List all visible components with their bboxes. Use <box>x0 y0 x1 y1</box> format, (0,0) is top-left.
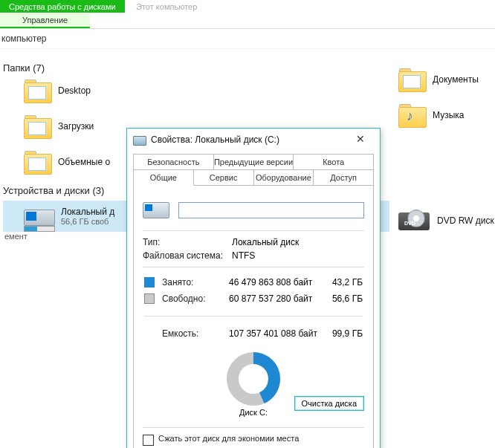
ribbon-side-label: Этот компьютер <box>127 0 206 13</box>
free-label: Свободно: <box>162 291 227 306</box>
tab-previous-versions[interactable]: Предыдущие версии <box>214 154 294 170</box>
ribbon-sub-tab[interactable]: Управление <box>0 13 90 28</box>
folder-icon <box>24 115 51 137</box>
folder-icon <box>398 68 425 91</box>
folder-label: Desktop <box>58 85 91 96</box>
dialog-title: Свойства: Локальный диск (C:) <box>151 134 279 145</box>
breadcrumb[interactable]: компьютер <box>0 29 495 49</box>
used-label: Занято: <box>162 275 227 290</box>
dialog-titlebar[interactable]: Свойства: Локальный диск (C:) ✕ <box>127 129 380 151</box>
drive-label: Локальный д <box>61 207 114 217</box>
capacity-label: Емкость: <box>162 326 227 341</box>
checkbox-unchecked-icon[interactable] <box>143 435 154 446</box>
fs-label: Файловая система: <box>143 250 232 261</box>
properties-dialog: Свойства: Локальный диск (C:) ✕ Безопасн… <box>126 128 381 448</box>
tab-sharing[interactable]: Доступ <box>314 169 374 186</box>
status-bar: емент <box>0 229 32 244</box>
tab-general[interactable]: Общие <box>133 169 194 186</box>
music-folder-icon <box>398 104 425 126</box>
folder-label: Документы <box>433 74 479 85</box>
capacity-gb: 99,9 ГБ <box>332 326 363 341</box>
hdd-icon <box>24 205 54 227</box>
drive-item-dvd[interactable]: DVD DVD RW диск <box>398 208 494 233</box>
ribbon-context-tab[interactable]: Средства работы с дисками <box>0 0 125 13</box>
type-label: Тип: <box>143 237 232 247</box>
fs-value: NTFS <box>232 250 255 261</box>
folder-label: Музыка <box>433 110 464 120</box>
folder-label: Объемные о <box>58 157 110 167</box>
folder-icon <box>24 79 51 102</box>
disk-cleanup-button[interactable]: Очистка диска <box>294 396 364 411</box>
folder-icon <box>24 151 51 173</box>
folder-item-desktop[interactable]: Desktop <box>24 78 389 103</box>
hdd-icon <box>143 198 168 218</box>
hdd-icon <box>133 134 145 146</box>
folder-item-music[interactable]: Музыка <box>398 103 494 128</box>
drive-sub: 56,6 ГБ своб <box>61 217 114 226</box>
usage-pie-chart <box>224 350 282 408</box>
dvd-drive-icon: DVD <box>398 210 430 232</box>
tab-panel-general: Тип: Локальный диск Файловая система: NT… <box>133 186 374 448</box>
folders-header: Папки (7) <box>3 62 389 74</box>
tab-hardware[interactable]: Оборудование <box>254 169 314 186</box>
free-bytes: 60 877 537 280 байт <box>229 291 331 306</box>
used-color-swatch <box>144 277 155 288</box>
tab-security[interactable]: Безопасность <box>133 154 214 170</box>
type-value: Локальный диск <box>232 237 299 247</box>
compress-label: Сжать этот диск для экономии места <box>158 434 299 443</box>
folder-item-documents[interactable]: Документы <box>398 67 494 92</box>
folder-label: Загрузки <box>58 121 94 132</box>
tab-tools[interactable]: Сервис <box>194 169 254 186</box>
compress-checkbox-row[interactable]: Сжать этот диск для экономии места <box>143 434 364 446</box>
disk-caption: Диск C: <box>239 408 268 417</box>
drive-name-input[interactable] <box>178 202 364 218</box>
capacity-bytes: 107 357 401 088 байт <box>229 326 331 341</box>
free-color-swatch <box>144 293 155 304</box>
drive-label: DVD RW диск <box>437 215 494 226</box>
free-gb: 56,6 ГБ <box>332 291 363 306</box>
tab-strip: Безопасность Предыдущие версии Квота Общ… <box>133 154 374 186</box>
tab-quota[interactable]: Квота <box>294 154 374 170</box>
close-button[interactable]: ✕ <box>347 132 374 148</box>
ribbon: Средства работы с дисками Этот компьютер… <box>0 0 495 29</box>
used-bytes: 46 479 863 808 байт <box>229 275 331 290</box>
used-gb: 43,2 ГБ <box>332 275 363 290</box>
